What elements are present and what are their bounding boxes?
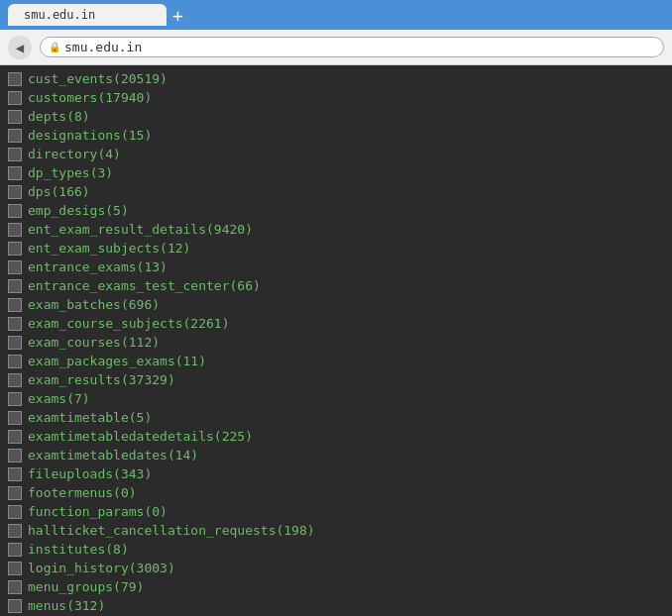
- table-icon: [8, 580, 22, 594]
- table-link[interactable]: directory: [28, 145, 97, 163]
- table-link[interactable]: emp_desigs: [28, 201, 105, 220]
- table-icon: [8, 505, 22, 519]
- table-link[interactable]: exam_batches: [28, 295, 121, 314]
- table-icon: [8, 373, 22, 387]
- table-count: (0): [113, 483, 136, 502]
- table-count: (198): [276, 521, 314, 540]
- table-icon: [8, 242, 22, 256]
- table-link[interactable]: cust_events: [28, 69, 113, 88]
- table-row: exam_results (37329): [8, 370, 664, 389]
- table-link[interactable]: entrance_exams_test_center: [28, 276, 230, 295]
- table-link[interactable]: fileuploads: [28, 464, 113, 483]
- table-row: designations (15): [8, 126, 664, 145]
- table-row: exam_batches (696): [8, 295, 664, 314]
- table-count: (0): [144, 502, 167, 521]
- new-tab-button[interactable]: +: [172, 5, 183, 26]
- table-row: entrance_exams_test_center (66): [8, 276, 664, 295]
- table-icon: [8, 72, 22, 86]
- table-link[interactable]: examtimetable: [28, 408, 129, 427]
- table-link[interactable]: footermenus: [28, 483, 113, 502]
- table-count: (37329): [121, 370, 175, 389]
- table-link[interactable]: examtimetabledates: [28, 446, 168, 464]
- table-icon: [8, 129, 22, 143]
- table-row: cust_events (20519): [8, 69, 664, 88]
- table-link[interactable]: login_history: [28, 559, 129, 577]
- table-count: (8): [105, 540, 128, 559]
- table-link[interactable]: ent_exam_result_details: [28, 220, 206, 239]
- table-icon: [8, 110, 22, 124]
- tab-label: smu.edu.in: [24, 8, 95, 22]
- back-button[interactable]: ◀: [8, 36, 32, 59]
- table-count: (12): [160, 239, 190, 257]
- address-bar[interactable]: 🔒 smu.edu.in: [40, 37, 664, 57]
- table-row: examtimetabledatedetails (225): [8, 427, 664, 446]
- table-link[interactable]: menu_groups: [28, 577, 113, 596]
- table-row: exams (7): [8, 389, 664, 408]
- table-row: dps (166): [8, 182, 664, 201]
- table-icon: [8, 91, 22, 105]
- table-row: exam_packages_exams (11): [8, 352, 664, 370]
- table-row: dp_types (3): [8, 163, 664, 182]
- table-row: depts (8): [8, 107, 664, 126]
- table-icon: [8, 486, 22, 500]
- table-link[interactable]: ent_exam_subjects: [28, 239, 160, 257]
- table-link[interactable]: exam_packages_exams: [28, 352, 175, 370]
- table-link[interactable]: examtimetabledatedetails: [28, 427, 214, 446]
- table-icon: [8, 543, 22, 557]
- table-count: (66): [230, 276, 261, 295]
- table-icon: [8, 430, 22, 444]
- table-link[interactable]: depts: [28, 107, 66, 126]
- table-count: (225): [214, 427, 253, 446]
- table-link[interactable]: dps: [28, 182, 51, 201]
- table-count: (11): [175, 352, 206, 370]
- table-count: (7): [66, 389, 89, 408]
- table-row: examtimetable (5): [8, 408, 664, 427]
- table-icon: [8, 599, 22, 613]
- table-count: (5): [129, 408, 152, 427]
- table-icon: [8, 185, 22, 199]
- table-count: (312): [66, 596, 105, 615]
- browser-titlebar: smu.edu.in +: [0, 0, 672, 30]
- table-icon: [8, 204, 22, 218]
- table-row: examtimetabledates (14): [8, 446, 664, 464]
- table-row: customers (17940): [8, 88, 664, 107]
- table-row: institutes (8): [8, 540, 664, 559]
- table-count: (9420): [206, 220, 253, 239]
- table-link[interactable]: customers: [28, 88, 97, 107]
- browser-tab[interactable]: smu.edu.in: [8, 4, 167, 26]
- table-count: (4): [97, 145, 120, 163]
- table-count: (20519): [113, 69, 168, 88]
- table-link[interactable]: hallticket_cancellation_requests: [28, 521, 276, 540]
- table-link[interactable]: exam_course_subjects: [28, 314, 183, 333]
- table-row: ent_exam_subjects (12): [8, 239, 664, 257]
- table-link[interactable]: exam_courses: [28, 333, 121, 352]
- table-link[interactable]: exam_results: [28, 370, 121, 389]
- table-link[interactable]: function_params: [28, 502, 144, 521]
- table-icon: [8, 317, 22, 331]
- table-link[interactable]: menus: [28, 596, 66, 615]
- table-row: emp_desigs (5): [8, 201, 664, 220]
- table-link[interactable]: designations: [28, 126, 121, 145]
- url-input[interactable]: [146, 40, 655, 54]
- table-link[interactable]: entrance_exams: [28, 257, 137, 276]
- table-link[interactable]: exams: [28, 389, 66, 408]
- back-icon: ◀: [16, 40, 24, 55]
- table-count: (8): [66, 107, 89, 126]
- table-row: menus (312): [8, 596, 664, 615]
- table-count: (13): [137, 257, 168, 276]
- table-count: (14): [168, 446, 198, 464]
- table-icon: [8, 223, 22, 237]
- table-count: (2261): [183, 314, 230, 333]
- table-count: (343): [113, 464, 152, 483]
- table-link[interactable]: institutes: [28, 540, 105, 559]
- table-row: ent_exam_result_details (9420): [8, 220, 664, 239]
- table-icon: [8, 411, 22, 425]
- table-icon: [8, 336, 22, 350]
- url-text: smu.edu.in: [64, 40, 142, 54]
- table-icon: [8, 148, 22, 161]
- table-count: (15): [121, 126, 152, 145]
- table-count: (112): [121, 333, 160, 352]
- database-table-list: cust_events (20519)customers (17940)dept…: [0, 65, 672, 616]
- table-row: function_params (0): [8, 502, 664, 521]
- table-link[interactable]: dp_types: [28, 163, 90, 182]
